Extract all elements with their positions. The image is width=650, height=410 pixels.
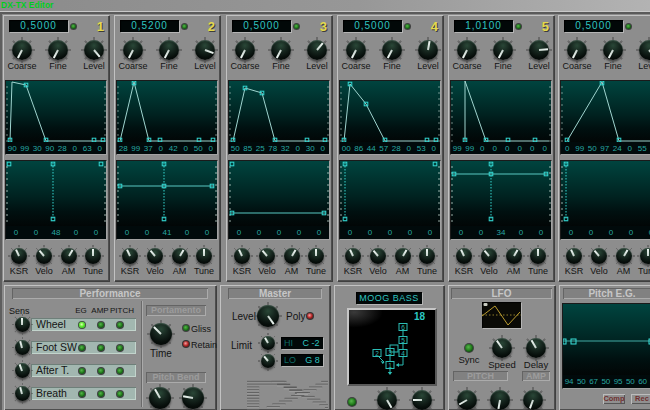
svg-text:6: 6 (401, 324, 405, 331)
svg-text:3: 3 (388, 349, 392, 356)
svg-text:4: 4 (401, 350, 405, 357)
svg-text:1: 1 (388, 362, 392, 369)
svg-text:5: 5 (401, 337, 405, 344)
svg-text:2: 2 (375, 350, 379, 357)
